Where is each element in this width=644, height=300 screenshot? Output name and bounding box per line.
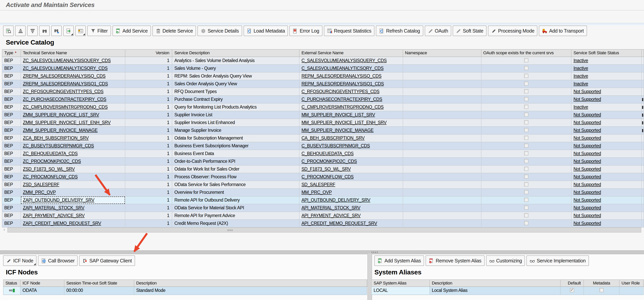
table-row[interactable]: BEPZC_SALESVOLUMEANALYTICSQRY_CDS1Sales …	[2, 65, 644, 72]
technical-service-name-link[interactable]: ZMM_SUPPLIER_INVOICE_LIST_SRV	[23, 112, 99, 117]
technical-service-name-link[interactable]: ZC_RFQSOURCINGEVENTTYPES_CDS	[23, 89, 104, 94]
delete-service-button[interactable]: Delete Service	[152, 25, 196, 36]
technical-service-name-link[interactable]: ZREPM_SALESORDERANALYSISQ_CDS	[23, 73, 106, 78]
find-button[interactable]	[39, 25, 50, 36]
processing-mode-button[interactable]: Processing Mode	[488, 25, 538, 36]
external-service-name-link[interactable]: CA_BEH_SUBSCRIPTION_SRV	[302, 135, 365, 140]
technical-service-name-link[interactable]: ZAPI_CREDIT_MEMO_REQUEST_SRV	[23, 221, 101, 225]
technical-service-name-link[interactable]: ZMM_SUPPLIER_INVOICE_LIST_ENH_SRV	[23, 120, 110, 125]
external-service-name-link[interactable]: API_CREDIT_MEMO_REQUEST_SRV	[302, 221, 377, 225]
column-header-service-soft-state-status[interactable]: Service Soft State Status	[572, 50, 642, 57]
table-row[interactable]: BEPZMM_PRC_OVP1Overview for ProcurementM…	[2, 189, 644, 197]
splitter-handle[interactable]	[372, 252, 379, 253]
technical-service-name-link[interactable]: ZC_SALESVOLUMEANALYSISQUERY_CDS	[23, 58, 111, 63]
technical-service-name-link[interactable]: ZAPI_MATERIAL_STOCK_SRV	[23, 205, 84, 210]
column-header-external-service-name[interactable]: External Service Name	[300, 50, 403, 57]
column-header-sap-system-alias[interactable]: SAP System Alias	[372, 280, 430, 287]
export-button[interactable]	[63, 25, 74, 36]
horizontal-splitter[interactable]	[0, 250, 644, 254]
technical-service-name-link[interactable]: ZC_CMPLRQVERSMNTRGPRODNQ_CDS	[23, 104, 108, 109]
scrollbar-grip[interactable]	[228, 230, 233, 231]
service-details-button[interactable]: Service Details	[198, 25, 242, 36]
soft-state-status-link[interactable]: Not Supported	[574, 205, 601, 210]
table-row[interactable]: BEPZAPI_OUTBOUND_DELIVERY_SRV1Remote API…	[2, 197, 644, 204]
column-header-namespace[interactable]: Namespace	[403, 50, 482, 57]
table-row[interactable]: BEPZAPI_MATERIAL_STOCK_SRV1OData Service…	[2, 204, 644, 212]
external-service-name-link[interactable]: C_BEHQUEUEDATA_CDS	[302, 151, 354, 156]
soft-state-status-link[interactable]: Not Supported	[574, 89, 601, 94]
technical-service-name-link[interactable]: ZAPI_OUTBOUND_DELIVERY_SRV	[23, 198, 94, 202]
icf-node-button[interactable]: ICF Node	[3, 256, 36, 266]
column-header-icf-node[interactable]: ICF Node	[20, 280, 64, 287]
table-row[interactable]: BEPZSD_F1873_SO_WL_SRV1Odata for Work li…	[2, 166, 644, 173]
column-header-metadata[interactable]: Metadata	[584, 280, 620, 287]
table-row[interactable]: BEPZAPI_CREDIT_MEMO_REQUEST_SRV1Credit M…	[2, 220, 644, 228]
external-service-name-link[interactable]: SD_F1873_SO_WL_SRV	[302, 166, 351, 171]
soft-state-status-link[interactable]: Not Supported	[574, 182, 601, 187]
add-system-alias-button[interactable]: Add System Alias	[374, 256, 424, 266]
external-service-name-link[interactable]: REPM_SALESORDERANALYSISQ1_CDS	[302, 81, 384, 86]
table-row[interactable]: BEPZC_BEHQUEUEDATA_CDS1Business Event Da…	[2, 150, 644, 158]
soft-state-status-link[interactable]: Inactive	[574, 73, 588, 78]
system-alias-row[interactable]: LOCALLocal System Alias	[371, 287, 644, 295]
soft-state-status-link[interactable]: Not Supported	[574, 143, 601, 148]
column-header-user-role[interactable]: User Role	[620, 280, 644, 287]
table-row[interactable]: BEPZCA_BEH_SUBSCRIPTION_SRV1Odata for Su…	[2, 134, 644, 142]
external-service-name-link[interactable]: API_OUTBOUND_DELIVERY_SRV	[302, 198, 370, 202]
external-service-name-link[interactable]: C_SALESVOLUMEANALYSISQUERY_CDS	[302, 58, 386, 63]
external-service-name-link[interactable]: C_SALESVOLUMEANALYTICSQRY_CDS	[302, 66, 384, 70]
table-row[interactable]: BEPZREPM_SALESORDERANALYSISQ_CDS1REPM: S…	[2, 72, 644, 80]
soft-state-status-link[interactable]: Not Supported	[574, 166, 601, 171]
soft-state-status-link[interactable]: Inactive	[574, 66, 588, 70]
table-row[interactable]: BEPZC_SALESVOLUMEANALYSISQUERY_CDS1Analy…	[2, 57, 644, 65]
external-service-name-link[interactable]: MM_PRC_OVP	[302, 190, 332, 194]
error-log-button[interactable]: Error Log	[290, 25, 322, 36]
soft-state-button[interactable]: Soft State	[453, 25, 486, 36]
soft-state-status-link[interactable]: Not Supported	[574, 190, 601, 194]
table-row[interactable]: BEPZC_PROCMONKPIO2C_CDS1Order-to-Cash Pe…	[2, 158, 644, 166]
table-row[interactable]: BEPZMM_SUPPLIER_INVOICE_LIST_ENH_SRV1Sup…	[2, 119, 644, 127]
request-statistics-button[interactable]: Request Statistics	[324, 25, 374, 36]
filter-button[interactable]: Filter	[87, 25, 111, 36]
icf-node-row[interactable]: ∞ODATA00:00:00Standard Mode	[3, 287, 368, 295]
dropdown-corner-icon[interactable]	[34, 263, 36, 265]
technical-service-name-link[interactable]: ZC_PROCMONFLOW_CDS	[23, 174, 78, 179]
remove-system-alias-button[interactable]: Remove System Alias	[426, 256, 484, 266]
soft-state-status-link[interactable]: Not Supported	[574, 120, 601, 125]
soft-state-status-link[interactable]: Not Supported	[574, 159, 601, 163]
table-row[interactable]: BEPZMM_SUPPLIER_INVOICE_LIST_SRV1Supplie…	[2, 111, 644, 119]
technical-service-name-link[interactable]: ZREPM_SALESORDERANALYSISQ1_CDS	[23, 81, 108, 86]
external-service-name-link[interactable]: C_PURCHASECONTRACTEXPIRY_CDS	[302, 97, 382, 101]
technical-service-name-link[interactable]: ZC_PROCMONKPIO2C_CDS	[23, 159, 81, 163]
technical-service-name-link[interactable]: ZC_BEHQUEUEDATA_CDS	[23, 151, 78, 156]
soft-state-status-link[interactable]: Not Supported	[574, 174, 601, 179]
external-service-name-link[interactable]: MM_SUPPLIER_INVOICE_LIST_ENH_SRV	[302, 120, 386, 125]
sort-ascending-button[interactable]	[15, 25, 26, 36]
column-header-oauth-scope-exists-for-the-current-srvs[interactable]: OAuth scope exists for the current srvs	[481, 50, 572, 57]
soft-state-status-link[interactable]: Inactive	[574, 104, 588, 109]
add-service-button[interactable]: Add Service	[112, 25, 151, 36]
soft-state-status-link[interactable]: Not Supported	[574, 112, 601, 117]
technical-service-name-link[interactable]: ZC_SALESVOLUMEANALYTICSQRY_CDS	[23, 66, 108, 70]
service-implementation-button[interactable]: Service Implementation	[527, 256, 589, 266]
technical-service-name-link[interactable]: ZC_PURCHASECONTRACTEXPIRY_CDS	[23, 97, 106, 101]
scroll-left-icon[interactable]: ‹	[2, 227, 6, 232]
refresh-catalog-button[interactable]: Refresh Catalog	[376, 25, 423, 36]
table-row[interactable]: BEPZSD_SALESPERF1OData Service for Sales…	[2, 181, 644, 189]
soft-state-status-link[interactable]: Not Supported	[574, 135, 601, 140]
scrollbar-track[interactable]	[7, 228, 641, 233]
external-service-name-link[interactable]: C_RFQSOURCINGEVENTTYPES_CDS	[302, 89, 380, 94]
soft-state-status-link[interactable]: Inactive	[574, 81, 588, 86]
sort-descending-button[interactable]	[27, 25, 38, 36]
technical-service-name-link[interactable]: ZMM_PRC_OVP	[23, 190, 56, 194]
table-row[interactable]: BEPZAPI_PAYMENT_ADVICE_SRV1Remote API fo…	[2, 212, 644, 220]
technical-service-name-link[interactable]: ZAPI_PAYMENT_ADVICE_SRV	[23, 213, 84, 218]
column-header-technical-service-name[interactable]: Technical Service Name	[21, 50, 125, 57]
soft-state-status-link[interactable]: Not Supported	[574, 198, 601, 202]
soft-state-status-link[interactable]: Not Supported	[574, 221, 601, 225]
technical-service-name-link[interactable]: ZCA_BEH_SUBSCRIPTION_SRV	[23, 135, 89, 140]
external-service-name-link[interactable]: C_PROCMONKPIO2C_CDS	[302, 159, 357, 163]
external-service-name-link[interactable]: C_BUSEVTSUBSCRPNMGR_CDS	[302, 143, 370, 148]
sap-gateway-client-button[interactable]: SAP Gateway Client	[79, 256, 135, 266]
load-metadata-button[interactable]: Load Metadata	[244, 25, 288, 36]
